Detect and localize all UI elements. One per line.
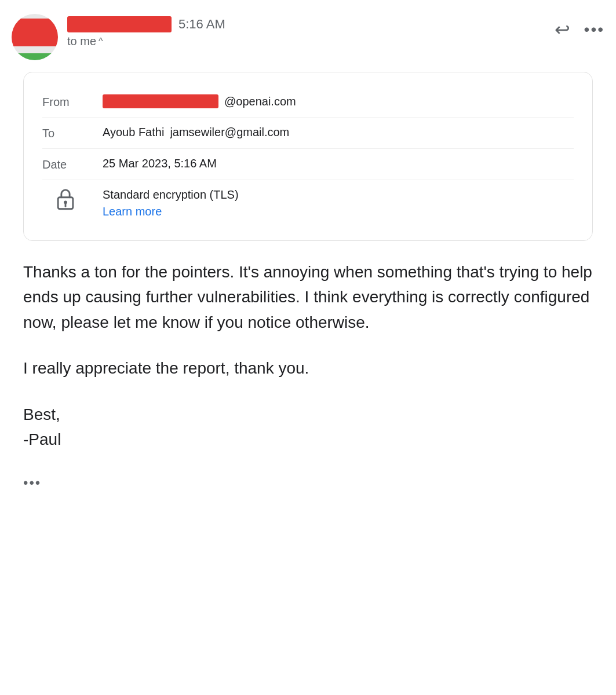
to-value: Ayoub Fathi jamsewiler@gmail.com <box>103 126 289 139</box>
date-row: Date 25 Mar 2023, 5:16 AM <box>42 149 574 180</box>
to-name: Ayoub Fathi <box>103 126 164 139</box>
reply-button[interactable]: ↩ <box>555 19 570 41</box>
encryption-info: Standard encryption (TLS) Learn more <box>103 188 239 218</box>
sender-meta: 5:16 AM to me ^ <box>67 14 225 48</box>
from-label: From <box>42 94 89 109</box>
from-row: From @openai.com <box>42 86 574 118</box>
sender-name-time: 5:16 AM <box>67 16 225 32</box>
sender-info: 5:16 AM to me ^ <box>12 14 225 60</box>
email-details-card: From @openai.com To Ayoub Fathi jamsewil… <box>23 72 593 241</box>
header-actions: ↩ ••• <box>555 14 604 41</box>
to-label: To <box>42 126 89 140</box>
date-text: 25 Mar 2023, 5:16 AM <box>103 157 217 170</box>
email-time: 5:16 AM <box>178 17 225 32</box>
learn-more-link[interactable]: Learn more <box>103 205 239 218</box>
email-signature: Best, -Paul <box>23 402 593 452</box>
to-row: To Ayoub Fathi jamsewiler@gmail.com <box>42 118 574 149</box>
expand-chevron[interactable]: ^ <box>99 36 103 47</box>
email-header: 5:16 AM to me ^ ↩ ••• <box>12 14 604 60</box>
date-value: 25 Mar 2023, 5:16 AM <box>103 157 217 170</box>
body-paragraph-1: Thanks a ton for the pointers. It's anno… <box>23 259 593 335</box>
lock-icon <box>42 188 89 216</box>
bottom-ellipsis[interactable]: ••• <box>12 475 604 491</box>
email-body: Thanks a ton for the pointers. It's anno… <box>12 259 604 452</box>
to-me-label: to me ^ <box>67 35 225 48</box>
more-options-button[interactable]: ••• <box>584 20 604 39</box>
avatar <box>12 14 58 60</box>
encryption-row: Standard encryption (TLS) Learn more <box>42 180 574 226</box>
from-email-redacted <box>103 94 218 108</box>
sender-name-redacted <box>67 16 172 32</box>
body-paragraph-2: I really appreciate the report, thank yo… <box>23 356 593 381</box>
to-email: jamsewiler@gmail.com <box>170 126 289 139</box>
date-label: Date <box>42 157 89 171</box>
encryption-text: Standard encryption (TLS) <box>103 188 239 202</box>
from-value: @openai.com <box>103 94 296 108</box>
from-domain: @openai.com <box>224 95 296 108</box>
